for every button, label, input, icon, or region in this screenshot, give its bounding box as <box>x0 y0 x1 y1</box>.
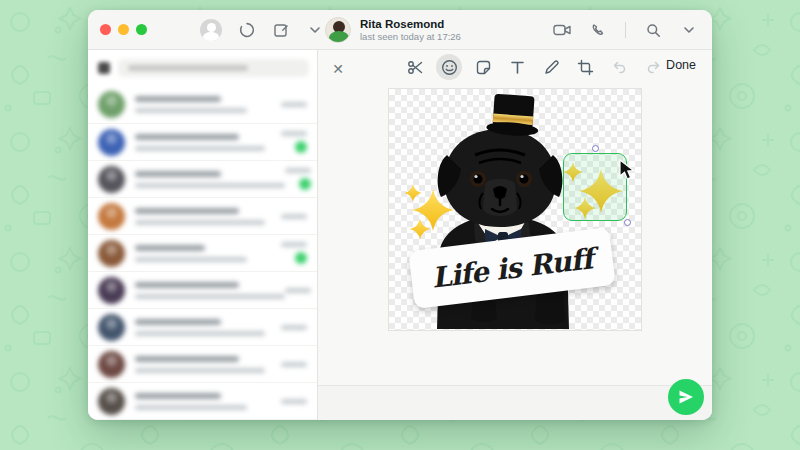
emoji-tool-button[interactable] <box>436 54 462 80</box>
contact-last-seen: last seen today at 17:26 <box>360 31 461 43</box>
text-tool-button[interactable] <box>504 54 530 80</box>
mouse-cursor <box>617 159 637 181</box>
chat-header[interactable]: Rita Rosemond last seen today at 17:26 <box>325 10 461 50</box>
conversation-menu-chevron-icon[interactable] <box>680 21 698 39</box>
chat-search-input[interactable] <box>118 59 309 77</box>
unread-badge <box>299 178 311 190</box>
chat-timestamp-placeholder <box>281 102 307 107</box>
close-window-button[interactable] <box>100 24 111 35</box>
chat-list-item[interactable] <box>88 271 317 308</box>
chat-list-item[interactable] <box>88 308 317 345</box>
unread-badge <box>295 252 307 264</box>
profile-avatar[interactable] <box>200 19 222 41</box>
chat-name-placeholder <box>135 208 239 214</box>
selection-handle-bottom-right[interactable] <box>624 219 631 226</box>
chat-avatar <box>98 203 125 230</box>
chat-name-placeholder <box>135 96 221 102</box>
chat-avatar <box>98 388 125 415</box>
chat-preview-placeholder <box>135 108 247 113</box>
chat-timestamp-placeholder <box>285 288 311 293</box>
chat-list-item[interactable] <box>88 419 317 420</box>
done-button[interactable]: Done <box>666 58 696 72</box>
draw-tool-button[interactable] <box>538 54 564 80</box>
sticker-canvas[interactable]: Life is Ruff <box>388 88 642 331</box>
chat-avatar <box>98 240 125 267</box>
editor-toolbar: ✕ <box>318 50 712 88</box>
undo-button[interactable] <box>606 54 632 80</box>
chat-preview-placeholder <box>135 220 265 225</box>
minimize-window-button[interactable] <box>118 24 129 35</box>
chat-name-placeholder <box>135 393 221 399</box>
chat-avatar <box>98 277 125 304</box>
selection-handle-top[interactable] <box>592 145 599 152</box>
sticker-tool-button[interactable] <box>470 54 496 80</box>
titlebar-divider <box>625 22 626 38</box>
redo-button[interactable] <box>640 54 666 80</box>
sidebar-search-row <box>96 55 309 81</box>
chat-preview-placeholder <box>135 368 265 373</box>
chat-list-item[interactable] <box>88 197 317 234</box>
chat-list <box>88 86 317 420</box>
chat-name-placeholder <box>135 356 239 362</box>
chat-avatar <box>98 91 125 118</box>
search-icon[interactable] <box>644 21 662 39</box>
chat-name-placeholder <box>135 282 239 288</box>
chat-avatar <box>98 314 125 341</box>
chat-sidebar <box>88 50 318 420</box>
chat-name-placeholder <box>135 134 239 140</box>
chat-timestamp-placeholder <box>281 242 307 247</box>
chat-name-placeholder <box>135 171 221 177</box>
close-editor-button[interactable]: ✕ <box>326 57 350 81</box>
chat-preview-placeholder <box>135 405 247 410</box>
chat-list-item[interactable] <box>88 234 317 271</box>
chat-timestamp-placeholder <box>281 362 307 367</box>
chat-list-item[interactable] <box>88 160 317 197</box>
chat-timestamp-placeholder <box>285 168 311 173</box>
voice-call-icon[interactable] <box>589 21 607 39</box>
new-chat-icon[interactable] <box>272 21 290 39</box>
chat-preview-placeholder <box>135 257 247 262</box>
chat-list-item[interactable] <box>88 382 317 419</box>
chat-preview-placeholder <box>135 146 265 151</box>
filter-chevron-icon[interactable] <box>306 21 324 39</box>
zoom-window-button[interactable] <box>136 24 147 35</box>
crop-tool-button[interactable] <box>572 54 598 80</box>
contact-avatar[interactable] <box>325 17 351 43</box>
macos-traffic-lights <box>100 24 147 35</box>
contact-name: Rita Rosemond <box>360 17 461 31</box>
unread-badge <box>295 141 307 153</box>
archive-icon[interactable] <box>98 62 110 74</box>
chat-list-item[interactable] <box>88 345 317 382</box>
chat-list-item[interactable] <box>88 123 317 160</box>
chat-timestamp-placeholder <box>281 325 307 330</box>
whatsapp-window: Rita Rosemond last seen today at 17:26 <box>88 10 712 420</box>
sticker-editor-panel: ✕ <box>318 50 712 420</box>
chat-preview-placeholder <box>135 294 285 299</box>
chat-avatar <box>98 166 125 193</box>
chat-preview-placeholder <box>135 331 265 336</box>
chat-list-item[interactable] <box>88 86 317 123</box>
cut-tool-button[interactable] <box>402 54 428 80</box>
send-button[interactable] <box>668 379 704 415</box>
chat-name-placeholder <box>135 245 205 251</box>
editor-footer <box>318 386 712 420</box>
caption-text: Life is Ruff <box>430 242 595 294</box>
chat-timestamp-placeholder <box>281 214 307 219</box>
chat-timestamp-placeholder <box>281 399 307 404</box>
chat-avatar <box>98 129 125 156</box>
titlebar: Rita Rosemond last seen today at 17:26 <box>88 10 712 50</box>
chat-timestamp-placeholder <box>281 131 307 136</box>
video-call-icon[interactable] <box>553 21 571 39</box>
chat-avatar <box>98 351 125 378</box>
chat-preview-placeholder <box>135 183 285 188</box>
chat-name-placeholder <box>135 319 221 325</box>
status-icon[interactable] <box>238 21 256 39</box>
